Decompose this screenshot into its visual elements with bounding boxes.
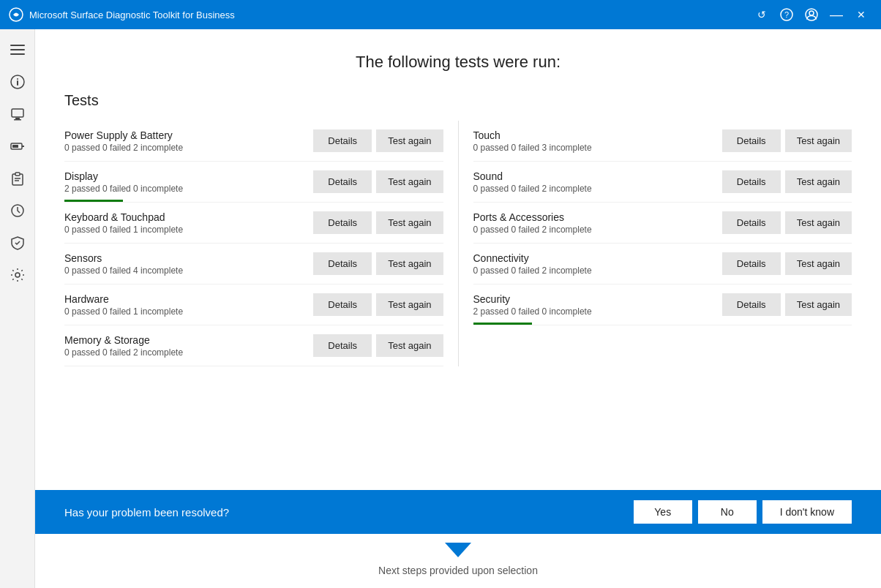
svg-rect-6	[10, 49, 25, 50]
test-again-button[interactable]: Test again	[785, 211, 852, 234]
sidebar-item-battery[interactable]	[3, 132, 32, 161]
test-stats: 0 passed 0 failed 2 incomplete	[473, 225, 715, 235]
test-item-left-4: Hardware0 passed 0 failed 1 incompleteDe…	[64, 284, 443, 325]
test-stats: 0 passed 0 failed 2 incomplete	[64, 347, 306, 358]
svg-rect-10	[17, 78, 18, 80]
test-again-button[interactable]: Test again	[376, 170, 443, 193]
test-stats: 0 passed 0 failed 2 incomplete	[473, 184, 715, 194]
test-name: Keyboard & Touchpad	[64, 211, 306, 223]
test-stats: 0 passed 0 failed 1 incomplete	[64, 306, 306, 317]
svg-rect-13	[14, 119, 21, 121]
svg-text:?: ?	[784, 10, 789, 19]
titlebar-controls: ↺ ? — ✕	[751, 4, 872, 26]
test-item-right-3: Connectivity0 passed 0 failed 2 incomple…	[473, 244, 852, 284]
test-name: Sensors	[64, 252, 306, 264]
details-button[interactable]: Details	[313, 211, 372, 234]
titlebar-left: Microsoft Surface Diagnostic Toolkit for…	[9, 7, 235, 22]
sidebar-item-menu[interactable]	[3, 35, 32, 64]
svg-rect-15	[22, 146, 24, 147]
details-button[interactable]: Details	[722, 252, 781, 275]
tests-grid: Power Supply & Battery0 passed 0 failed …	[64, 121, 852, 366]
test-name: Sound	[473, 170, 715, 182]
minimize-button[interactable]: —	[825, 4, 847, 26]
test-again-button[interactable]: Test again	[376, 252, 443, 275]
test-stats: 2 passed 0 failed 0 incomplete	[64, 184, 306, 194]
resolution-bar: Has your problem been resolved? Yes No I…	[35, 490, 881, 534]
no-button[interactable]: No	[698, 500, 757, 524]
test-item-right-4: Security2 passed 0 failed 0 incompleteDe…	[473, 284, 852, 325]
svg-rect-18	[15, 173, 20, 176]
green-progress-bar	[64, 200, 123, 202]
details-button[interactable]: Details	[313, 129, 372, 152]
test-item-right-1: Sound0 passed 0 failed 2 incompleteDetai…	[473, 162, 852, 203]
details-button[interactable]: Details	[313, 334, 372, 357]
sidebar-item-settings[interactable]	[3, 260, 32, 290]
test-name: Ports & Accessories	[473, 211, 715, 223]
sidebar-item-device[interactable]	[3, 99, 32, 129]
yes-button[interactable]: Yes	[634, 500, 692, 524]
test-item-right-2: Ports & Accessories0 passed 0 failed 2 i…	[473, 203, 852, 244]
test-item-left-5: Memory & Storage0 passed 0 failed 2 inco…	[64, 325, 443, 366]
details-button[interactable]: Details	[722, 293, 781, 316]
svg-rect-12	[15, 118, 20, 119]
test-name: Touch	[473, 129, 715, 141]
svg-rect-9	[17, 80, 18, 86]
app-body: The following tests were run: Tests Powe…	[0, 29, 881, 588]
sidebar-item-history[interactable]	[3, 196, 32, 225]
main-area: The following tests were run: Tests Powe…	[35, 29, 881, 490]
details-button[interactable]: Details	[313, 293, 372, 316]
test-name: Display	[64, 170, 306, 182]
details-button[interactable]: Details	[313, 170, 372, 193]
test-again-button[interactable]: Test again	[376, 129, 443, 152]
details-button[interactable]: Details	[313, 252, 372, 275]
details-button[interactable]: Details	[722, 129, 781, 152]
test-item-left-1: Display2 passed 0 failed 0 incompleteDet…	[64, 162, 443, 203]
surface-logo-icon	[9, 7, 23, 22]
svg-rect-7	[10, 53, 25, 55]
test-name: Connectivity	[473, 252, 715, 264]
titlebar-title: Microsoft Surface Diagnostic Toolkit for…	[29, 10, 235, 20]
next-steps-area: Next steps provided upon selection	[35, 534, 881, 588]
account-button[interactable]	[801, 4, 822, 26]
test-item-left-3: Sensors0 passed 0 failed 4 incompleteDet…	[64, 244, 443, 284]
sidebar-item-info[interactable]	[3, 67, 32, 97]
details-button[interactable]: Details	[722, 211, 781, 234]
tests-right-column: Touch0 passed 0 failed 3 incompleteDetai…	[459, 121, 852, 366]
dont-know-button[interactable]: I don't know	[762, 500, 852, 524]
next-steps-text: Next steps provided upon selection	[35, 565, 881, 576]
test-again-button[interactable]: Test again	[785, 293, 852, 316]
svg-rect-16	[12, 145, 18, 148]
sidebar-item-shield[interactable]	[3, 228, 32, 257]
test-name: Power Supply & Battery	[64, 129, 306, 141]
test-again-button[interactable]: Test again	[376, 293, 443, 316]
test-again-button[interactable]: Test again	[785, 129, 852, 152]
green-progress-bar	[473, 323, 532, 325]
content: The following tests were run: Tests Powe…	[35, 29, 881, 588]
page-heading: The following tests were run:	[64, 53, 852, 72]
test-stats: 0 passed 0 failed 1 incomplete	[64, 225, 306, 235]
sidebar	[0, 29, 35, 588]
test-name: Security	[473, 293, 715, 305]
test-stats: 0 passed 0 failed 3 incomplete	[473, 143, 715, 153]
svg-rect-11	[12, 109, 23, 117]
test-item-left-2: Keyboard & Touchpad0 passed 0 failed 1 i…	[64, 203, 443, 244]
arrow-down-icon	[445, 543, 471, 557]
test-again-button[interactable]: Test again	[376, 334, 443, 357]
test-name: Hardware	[64, 293, 306, 305]
sidebar-item-clipboard[interactable]	[3, 164, 32, 193]
close-button[interactable]: ✕	[850, 4, 872, 26]
test-stats: 0 passed 0 failed 4 incomplete	[64, 265, 306, 276]
test-stats: 2 passed 0 failed 0 incomplete	[473, 306, 715, 317]
titlebar: Microsoft Surface Diagnostic Toolkit for…	[0, 0, 881, 29]
test-again-button[interactable]: Test again	[376, 211, 443, 234]
test-name: Memory & Storage	[64, 334, 306, 346]
svg-point-4	[809, 11, 814, 15]
test-again-button[interactable]: Test again	[785, 170, 852, 193]
details-button[interactable]: Details	[722, 170, 781, 193]
test-again-button[interactable]: Test again	[785, 252, 852, 275]
tests-left-column: Power Supply & Battery0 passed 0 failed …	[64, 121, 459, 366]
refresh-button[interactable]: ↺	[751, 4, 773, 26]
test-item-right-0: Touch0 passed 0 failed 3 incompleteDetai…	[473, 121, 852, 162]
help-button[interactable]: ?	[776, 4, 798, 26]
tests-section-label: Tests	[64, 92, 852, 109]
